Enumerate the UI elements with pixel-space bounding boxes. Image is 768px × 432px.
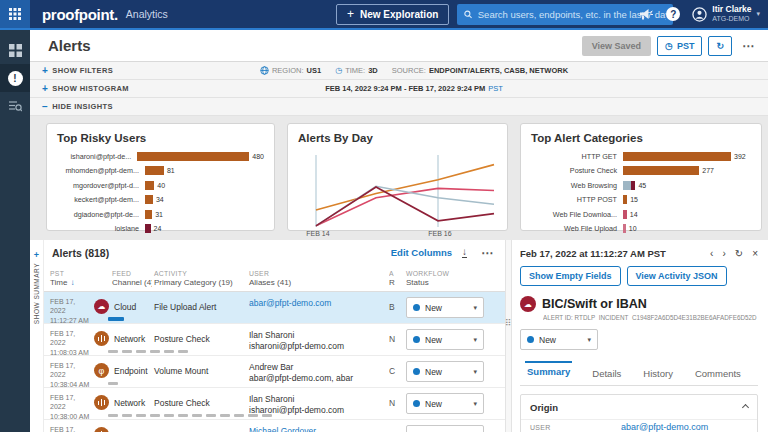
status-dropdown[interactable]: New▾ [406,425,484,432]
help-icon[interactable]: ? [666,7,680,21]
insights-panel: Top Risky Users isharoni@pfpt-de...480mh… [30,116,768,240]
show-histogram-toggle[interactable]: + SHOW HISTOGRAM [42,84,129,94]
bar-row: mgordover@pfpt-d...40 [57,178,264,193]
status-dropdown[interactable]: New▾ [406,297,484,318]
column-header-label: Status [406,278,429,287]
tab-history[interactable]: History [641,361,675,385]
app-grid-button[interactable] [0,0,30,28]
close-icon[interactable]: × [752,248,758,259]
refresh-icon[interactable]: ↻ [735,248,743,259]
chevron-up-icon [742,404,749,411]
grey-dash [262,414,272,417]
timezone-button[interactable]: ◷ PST [657,36,702,56]
chevron-down-icon: ▾ [756,10,760,18]
tab-summary[interactable]: Summary [525,361,572,385]
bar-segment [631,181,636,190]
drag-handle-icon[interactable]: ⠿ [505,318,512,328]
timezone-label: PST [488,85,503,93]
bar-track [623,181,635,190]
alerts-by-day-chart: FEB 14FEB 16 [298,149,497,241]
table-row[interactable]: FEB 17, 202211:08:03 AMNetworkPosture Ch… [44,324,505,356]
bar-segment [145,181,154,190]
status-dot-icon [413,336,420,343]
column-header-label: Channel (4) [112,278,152,287]
insights-bar: − HIDE INSIGHTS [30,98,768,116]
region-filter[interactable]: REGION:US1 [260,66,321,75]
user-name-text: Ilan Sharoni [249,394,389,405]
clock-icon: ◷ [665,41,673,51]
top-alert-categories-card: Top Alert Categories HTTP GET392Posture … [520,123,762,231]
user-name-link[interactable]: Michael Gordover [249,426,389,432]
table-row[interactable]: FEB 17, 202210:38:04 AMφEndpointVolume M… [44,356,505,388]
show-filters-toggle[interactable]: + SHOW FILTERS [42,66,113,76]
show-summary-toggle[interactable]: + SHOW SUMMARY [30,240,44,432]
column-header-pst[interactable]: PSTTime↓ [44,265,92,291]
column-header-activity[interactable]: ACTIVITYPrimary Category (19) [152,265,244,291]
search-input[interactable] [478,9,667,20]
tab-comments[interactable]: Comments [693,361,743,385]
activity-cell [152,420,244,432]
sidebar-item-explorations[interactable] [0,92,30,120]
column-header-workflow[interactable]: WORKFLOWStatus [402,265,505,291]
user-menu[interactable]: Itir Clarke ATG-DEMO ▾ [692,5,760,23]
bar-track [145,224,151,233]
tab-details[interactable]: Details [590,361,623,385]
panel-splitter[interactable]: ⠿ [505,240,512,432]
status-dropdown[interactable]: New▾ [406,361,484,382]
view-activity-json-button[interactable]: View Activity JSON [627,266,727,286]
bar-category-label: Web File Upload [531,224,623,233]
table-row[interactable]: FEB 17, 202211:12:27 AM☁CloudFile Upload… [44,292,505,324]
alert-title: BIC/Swift or IBAN [542,297,647,311]
feed-label: Endpoint [114,363,148,376]
sidebar-item-alerts[interactable]: ! [0,64,30,92]
view-saved-button[interactable]: View Saved [582,36,651,56]
detail-status-dropdown[interactable]: New ▾ [520,329,598,350]
bar-track [623,152,731,161]
bar-row: mhomden@pfpt-dem...81 [57,164,264,179]
sidebar-item-dashboard[interactable] [0,36,30,64]
page-header: Alerts View Saved ◷ PST ↻ ⋯ [30,30,768,62]
status-dropdown[interactable]: New▾ [406,329,484,350]
new-exploration-button[interactable]: + New Exploration [336,4,449,25]
download-icon[interactable]: ↓ [462,247,467,258]
edit-columns-button[interactable]: Edit Columns [391,247,452,258]
user-email-link[interactable]: abar@pfpt-demo.com [249,298,389,309]
row-time: 11:12:27 AM [50,316,92,323]
column-header-a[interactable]: AR [389,265,402,291]
source-filter[interactable]: SOURCE:ENDPOINT/ALERTS, CASB, NETWORK [392,66,568,75]
workflow-cell: New▾ [402,292,505,323]
chart-title: Alerts By Day [298,132,497,144]
hide-insights-toggle[interactable]: − HIDE INSIGHTS [42,102,113,112]
bar-row: isharoni@pfpt-de...480 [57,149,264,164]
dashboard-icon [9,44,22,57]
table-more-options-icon[interactable]: ⋯ [477,246,497,260]
announcements-icon[interactable] [640,8,654,21]
svg-text:FEB 14: FEB 14 [306,230,329,237]
grey-dash [122,350,132,353]
table-row[interactable]: FEB 17, 2022Michael GordoverNew▾ [44,420,505,432]
column-header-feed[interactable]: FEEDChannel (4) [92,265,152,291]
refresh-button[interactable]: ↻ [708,36,732,56]
next-alert-icon[interactable]: › [722,248,725,259]
bar-category-label: mgordover@pfpt-d... [57,181,145,190]
minus-icon: − [42,102,48,112]
sort-down-icon[interactable]: ↓ [70,278,74,287]
origin-user-link[interactable]: abar@pfpt-demo.com [621,422,708,432]
origin-collapse-header[interactable]: Origin [521,395,757,420]
bar-value-label: 31 [155,211,163,218]
time-filter[interactable]: ◷ TIME:3D [335,66,378,75]
column-header-user[interactable]: USERAliases (41) [244,265,389,291]
activity-cell: Volume Mount [152,356,244,387]
show-empty-fields-button[interactable]: Show Empty Fields [520,266,621,286]
prev-alert-icon[interactable]: ‹ [710,248,713,259]
top-alert-categories-chart: HTTP GET392Posture Check277Web Browsing4… [531,149,751,236]
bar-track [145,181,154,190]
bar-track [145,166,164,175]
filters-bar: + SHOW FILTERS REGION:US1 ◷ TIME:3D SOUR… [30,62,768,80]
status-dropdown[interactable]: New▾ [406,393,484,414]
more-options-icon[interactable]: ⋯ [738,39,758,53]
table-row[interactable]: FEB 17, 202210:38:00 AMNetworkPosture Ch… [44,388,505,420]
bar-row: keckert@pfpt-dem...34 [57,193,264,208]
grey-dash [150,414,160,417]
grey-dash [248,414,258,417]
